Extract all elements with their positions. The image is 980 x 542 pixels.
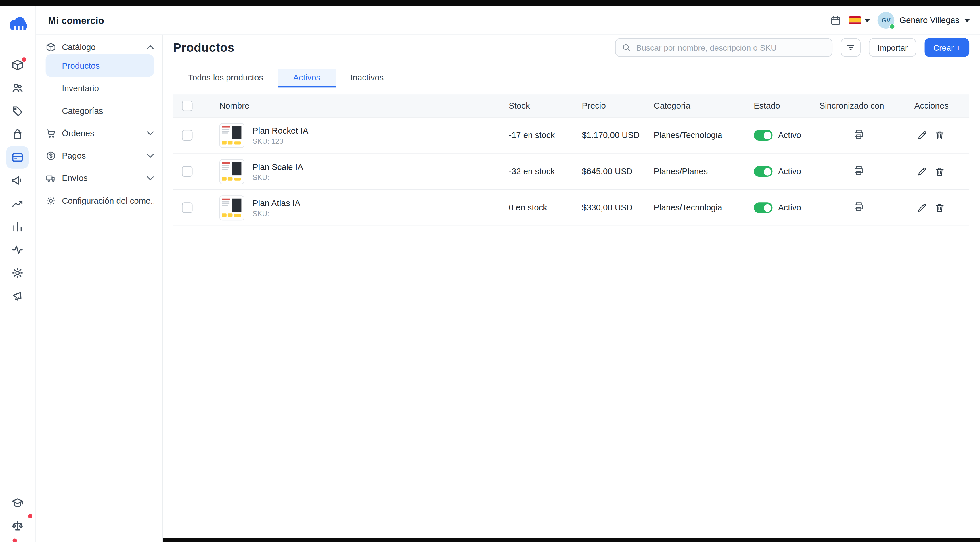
page-head: Productos Importar xyxy=(173,35,969,60)
row-checkbox[interactable] xyxy=(181,202,192,213)
sidebar-item-pagos[interactable]: Pagos xyxy=(46,144,154,167)
tiendanube-logo[interactable] xyxy=(8,15,27,31)
create-button[interactable]: Crear + xyxy=(924,38,969,57)
sync-channel-icon xyxy=(853,201,864,214)
product-thumbnail xyxy=(220,159,244,184)
table-row: Plan Scale IA SKU: -32 en stock $645,00 … xyxy=(173,154,969,190)
content-column: Mi comercio GV xyxy=(36,6,980,542)
app-window: Mi comercio GV xyxy=(0,0,980,542)
column-sincronizado: Sincronizado con xyxy=(819,101,914,110)
sidebar-item-label: Productos xyxy=(62,61,100,70)
user-name: Genaro Villegas xyxy=(899,16,959,25)
row-checkbox[interactable] xyxy=(181,130,192,141)
tab-inactivos[interactable]: Inactivos xyxy=(335,69,399,87)
status-label: Activo xyxy=(778,130,801,140)
status-toggle[interactable] xyxy=(754,130,772,141)
product-name[interactable]: Plan Scale IA xyxy=(253,162,303,171)
sidebar-item-label: Pagos xyxy=(62,151,86,160)
edit-icon[interactable] xyxy=(917,202,928,213)
settings-gear-icon[interactable] xyxy=(6,262,29,284)
tab-todos-los-productos[interactable]: Todos los productos xyxy=(173,69,278,87)
sidebar-item-label: Envíos xyxy=(62,173,88,183)
dollar-circle-icon xyxy=(46,150,56,161)
table-header-row: Nombre Stock Precio Categoria Estado Sin… xyxy=(173,94,969,117)
calendar-icon[interactable] xyxy=(830,15,842,26)
product-thumbnail xyxy=(220,123,244,148)
sidebar-item-categorias[interactable]: Categorías xyxy=(46,100,154,122)
page-title: Productos xyxy=(173,40,235,55)
status-toggle[interactable] xyxy=(754,166,772,177)
sidebar-item-label: Categorías xyxy=(62,106,103,115)
sidebar-item-label: Órdenes xyxy=(62,128,94,138)
status-toggle[interactable] xyxy=(754,202,772,213)
select-all-checkbox[interactable] xyxy=(181,100,192,111)
home-icon[interactable] xyxy=(6,54,29,76)
sidebar-item-label: Catálogo xyxy=(62,42,95,52)
sidebar-item-ordenes[interactable]: Órdenes xyxy=(46,122,154,144)
sidebar-item-productos[interactable]: Productos xyxy=(46,54,154,77)
delete-icon[interactable] xyxy=(934,166,945,177)
user-menu[interactable]: GV Genaro Villegas xyxy=(878,12,970,29)
stock-value: -17 en stock xyxy=(509,130,582,140)
avatar: GV xyxy=(878,12,895,29)
online-status-dot xyxy=(889,24,895,30)
marketing-megaphone-icon[interactable] xyxy=(6,169,29,192)
customers-icon[interactable] xyxy=(6,77,29,99)
legal-scale-icon[interactable] xyxy=(6,515,29,537)
orders-bag-icon[interactable] xyxy=(6,123,29,146)
stock-value: -32 en stock xyxy=(509,167,582,176)
product-name[interactable]: Plan Rocket IA xyxy=(253,126,308,135)
product-sku: SKU: xyxy=(253,173,303,181)
avatar-initials: GV xyxy=(881,17,891,24)
table-row: Plan Atlas IA SKU: 0 en stock $330,00 US… xyxy=(173,190,969,226)
statistics-bars-icon[interactable] xyxy=(6,216,29,238)
body-row: Catálogo Productos Inventario xyxy=(36,35,980,542)
browser-chrome-bottom xyxy=(163,538,980,542)
top-header: Mi comercio GV xyxy=(36,6,980,35)
sidebar-item-envios[interactable]: Envíos xyxy=(46,167,154,189)
import-button[interactable]: Importar xyxy=(869,38,916,57)
product-name[interactable]: Plan Atlas IA xyxy=(253,198,300,208)
sales-trending-icon[interactable] xyxy=(6,192,29,215)
gear-icon xyxy=(46,195,56,206)
filter-button[interactable] xyxy=(840,38,861,57)
column-stock: Stock xyxy=(509,101,582,110)
store-name: Mi comercio xyxy=(48,15,104,25)
chevron-down-icon xyxy=(964,18,970,22)
catalog-card-icon[interactable] xyxy=(6,146,29,169)
product-sku: SKU: 123 xyxy=(253,137,308,144)
chevron-up-icon xyxy=(147,44,154,49)
sidebar-item-configuracion[interactable]: Configuración del come... xyxy=(46,189,154,212)
search-box xyxy=(615,38,832,57)
announcements-speaker-icon[interactable] xyxy=(6,285,29,307)
search-icon xyxy=(621,43,631,52)
sync-channel-icon xyxy=(853,165,864,178)
product-tabs: Todos los productos Activos Inactivos xyxy=(173,69,969,87)
notification-badge xyxy=(21,57,27,63)
edit-icon[interactable] xyxy=(917,130,928,141)
header-actions: GV Genaro Villegas xyxy=(830,12,970,29)
delete-icon[interactable] xyxy=(934,130,945,141)
language-selector[interactable] xyxy=(849,16,870,24)
edit-icon[interactable] xyxy=(917,166,928,177)
main-content: Productos Importar xyxy=(163,35,980,542)
cart-icon xyxy=(46,128,56,138)
delete-icon[interactable] xyxy=(934,202,945,213)
sync-channel-icon xyxy=(853,129,864,142)
spain-flag-icon xyxy=(849,16,861,24)
status-label: Activo xyxy=(778,203,801,212)
column-nombre: Nombre xyxy=(201,101,509,110)
row-checkbox[interactable] xyxy=(181,166,192,177)
column-acciones: Acciones xyxy=(915,101,969,110)
search-input[interactable] xyxy=(615,38,832,57)
chevron-down-icon xyxy=(147,176,154,180)
price-value: $330,00 USD xyxy=(582,203,654,212)
app-shell: Mi comercio GV xyxy=(0,6,980,542)
column-estado: Estado xyxy=(754,101,819,110)
tab-activos[interactable]: Activos xyxy=(278,69,335,87)
category-value: Planes/Tecnologia xyxy=(654,130,754,140)
academy-cap-icon[interactable] xyxy=(6,492,29,514)
sidebar-item-inventario[interactable]: Inventario xyxy=(46,77,154,99)
activity-pulse-icon[interactable] xyxy=(6,239,29,261)
discounts-icon[interactable] xyxy=(6,100,29,122)
